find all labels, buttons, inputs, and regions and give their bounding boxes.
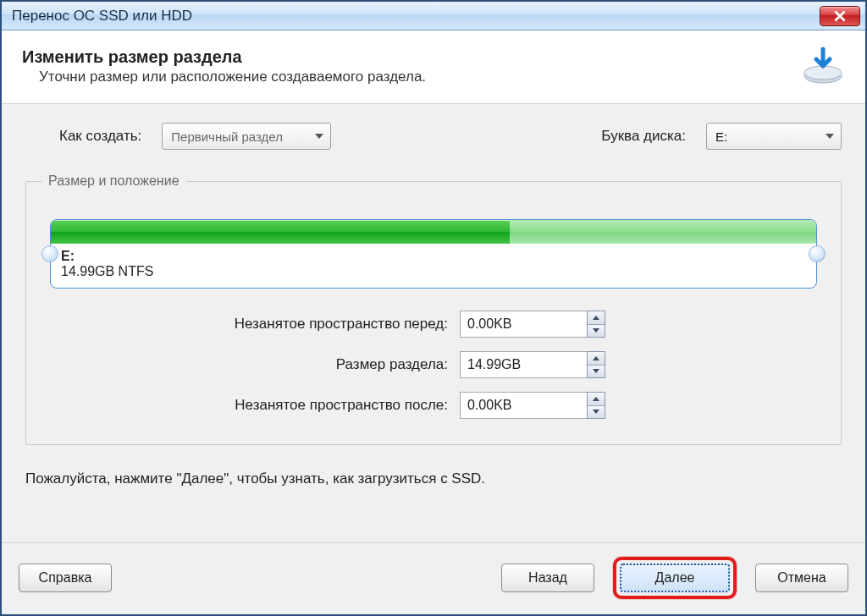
after-input[interactable] [460, 392, 587, 419]
content-area: Как создать: Первичный раздел Буква диск… [2, 104, 865, 542]
partition-free [510, 220, 816, 244]
size-spinner [460, 351, 605, 378]
titlebar: Перенос ОС SSD или HDD [2, 2, 865, 30]
footer-right: Назад Далее Отмена [501, 557, 848, 599]
help-button[interactable]: Справка [19, 564, 112, 592]
field-size: Размер раздела: [41, 351, 605, 378]
before-spinner [460, 311, 605, 338]
size-step-up[interactable] [588, 352, 605, 365]
partition-info: E: 14.99GB NTFS [51, 244, 816, 288]
slider-handle-right[interactable] [809, 245, 826, 262]
after-steppers [587, 392, 605, 419]
partition-size-text: 14.99GB NTFS [61, 264, 806, 279]
options-row: Как создать: Первичный раздел Буква диск… [25, 123, 842, 150]
close-button[interactable] [820, 6, 860, 26]
partition-box: E: 14.99GB NTFS [50, 219, 817, 289]
drive-dropdown[interactable]: E: [706, 123, 842, 150]
footer: Справка Назад Далее Отмена [2, 542, 865, 614]
before-steppers [587, 311, 605, 338]
page-subtitle: Уточни размер или расположение создаваем… [22, 69, 426, 85]
disk-download-icon [801, 44, 845, 88]
size-steppers [587, 351, 605, 378]
chevron-down-icon [593, 369, 599, 373]
wizard-header: Изменить размер раздела Уточни размер ил… [2, 30, 865, 104]
dialog-window: Перенос ОС SSD или HDD Изменить размер р… [0, 0, 867, 616]
size-step-down[interactable] [588, 365, 605, 378]
page-title: Изменить размер раздела [22, 47, 426, 67]
after-step-up[interactable] [588, 393, 605, 405]
create-label: Как создать: [59, 128, 141, 145]
size-position-legend: Размер и положение [41, 173, 186, 189]
cancel-button[interactable]: Отмена [755, 564, 848, 592]
chevron-down-icon [826, 134, 834, 139]
chevron-down-icon [593, 328, 599, 333]
chevron-down-icon [315, 134, 323, 139]
size-position-group: Размер и положение E: 14.99GB NTFS [25, 173, 842, 445]
chevron-up-icon [593, 356, 599, 360]
before-input[interactable] [460, 311, 587, 338]
drive-value: E: [715, 129, 727, 144]
create-dropdown[interactable]: Первичный раздел [162, 123, 331, 150]
slider-handle-left[interactable] [41, 245, 58, 262]
before-label: Незанятое пространство перед: [235, 316, 448, 333]
header-text: Изменить размер раздела Уточни размер ил… [22, 47, 426, 85]
drive-label: Буква диска: [601, 128, 686, 145]
next-button-highlight: Далее [613, 557, 737, 599]
before-step-down[interactable] [588, 324, 605, 338]
chevron-up-icon [593, 316, 599, 320]
after-spinner [460, 392, 605, 419]
next-button[interactable]: Далее [620, 564, 730, 592]
partition-bar [51, 220, 816, 244]
create-value: Первичный раздел [171, 129, 283, 144]
after-step-down[interactable] [588, 405, 605, 419]
partition-used [51, 220, 510, 244]
size-label: Размер раздела: [336, 356, 448, 373]
size-fields: Незанятое пространство перед: Размер раз… [41, 311, 826, 419]
field-after: Незанятое пространство после: [41, 392, 605, 419]
back-button[interactable]: Назад [501, 564, 594, 592]
hint-text: Пожалуйста, нажмите "Далее", чтобы узнат… [25, 470, 842, 487]
partition-slider[interactable]: E: 14.99GB NTFS [50, 219, 817, 289]
field-before: Незанятое пространство перед: [41, 311, 605, 338]
before-step-up[interactable] [588, 311, 605, 324]
chevron-down-icon [593, 410, 599, 414]
size-input[interactable] [460, 351, 587, 378]
window-title: Перенос ОС SSD или HDD [12, 8, 192, 25]
close-icon [834, 10, 846, 22]
after-label: Незанятое пространство после: [235, 397, 448, 414]
chevron-up-icon [593, 397, 599, 401]
partition-label: E: [61, 249, 806, 264]
